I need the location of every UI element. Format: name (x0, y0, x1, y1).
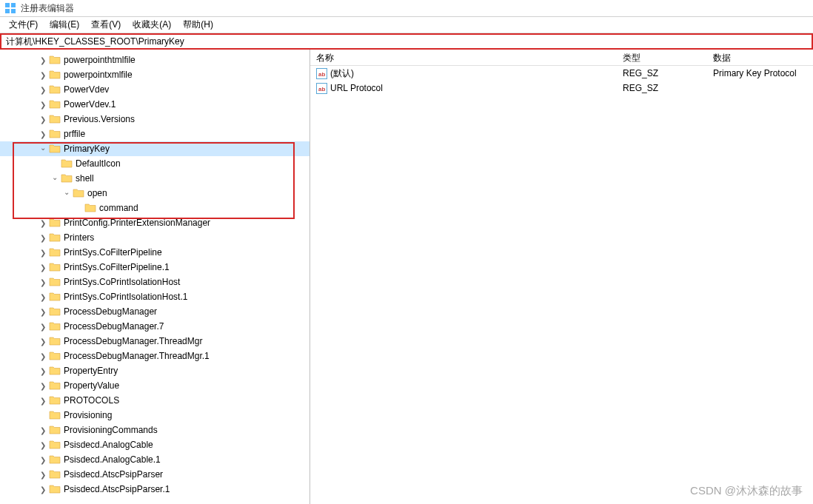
tree-item[interactable]: ❯ProvisioningCommands (0, 423, 310, 437)
menu-bar: 文件(F) 编辑(E) 查看(V) 收藏夹(A) 帮助(H) (0, 17, 813, 33)
chevron-right-icon[interactable]: ❯ (37, 246, 49, 258)
chevron-right-icon[interactable]: ❯ (37, 113, 49, 125)
col-header-type[interactable]: 类型 (617, 50, 707, 65)
chevron-right-icon[interactable]: ❯ (37, 306, 49, 317)
chevron-right-icon[interactable]: ❯ (37, 98, 49, 110)
tree-item[interactable]: command (0, 201, 310, 215)
chevron-right-icon[interactable]: ❯ (37, 232, 49, 243)
tree-item[interactable]: ❯powerpointxmlfile (0, 67, 310, 82)
tree-item[interactable]: ❯ProcessDebugManager.ThreadMgr.1 (0, 349, 310, 363)
tree-item[interactable]: ❯PrintSys.CoPrintIsolationHost (0, 275, 310, 289)
tree-item[interactable]: ❯Psisdecd.AtscPsipParser.1 (0, 482, 310, 497)
chevron-down-icon[interactable]: ⌄ (49, 171, 61, 183)
tree-item-label: Psisdecd.AtscPsipParser.1 (64, 484, 170, 494)
folder-icon (49, 335, 61, 347)
tree-item-label: PrintSys.CoPrintIsolationHost.1 (64, 292, 187, 302)
chevron-right-icon[interactable]: ❯ (37, 424, 49, 436)
tree-item[interactable]: DefaultIcon (0, 156, 310, 171)
menu-help[interactable]: 帮助(H) (177, 17, 219, 33)
chevron-right-icon[interactable]: ❯ (37, 468, 49, 480)
chevron-right-icon[interactable]: ❯ (37, 320, 49, 332)
value-list-panel: 名称 类型 数据 ab(默认)REG_SZPrimary Key Protoco… (310, 50, 813, 504)
svg-text:ab: ab (318, 86, 325, 93)
menu-view[interactable]: 查看(V) (85, 17, 127, 33)
tree-item[interactable]: ❯PrintConfig.PrinterExtensionManager (0, 215, 310, 230)
chevron-right-icon[interactable]: ❯ (37, 350, 49, 362)
tree-item[interactable]: ❯powerpointhtmlfile (0, 53, 310, 67)
tree-item[interactable]: ❯Psisdecd.AtscPsipParser (0, 467, 310, 482)
chevron-right-icon[interactable]: ❯ (37, 483, 49, 495)
address-bar[interactable]: 计算机\HKEY_CLASSES_ROOT\PrimaryKey (0, 33, 813, 50)
tree-item[interactable]: ❯Psisdecd.AnalogCable (0, 437, 310, 452)
tree-item-label: Psisdecd.AtscPsipParser (64, 469, 163, 480)
value-type: REG_SZ (617, 83, 707, 93)
chevron-right-icon[interactable]: ❯ (37, 217, 49, 229)
tree-item[interactable]: ❯PowerVdev.1 (0, 97, 310, 112)
chevron-down-icon[interactable]: ⌄ (61, 186, 73, 198)
chevron-right-icon[interactable]: ❯ (37, 128, 49, 140)
chevron-right-icon[interactable]: ❯ (37, 276, 49, 288)
tree-item[interactable]: ⌄open (0, 186, 310, 201)
tree-item[interactable]: ❯ProcessDebugManager (0, 304, 310, 319)
tree-item[interactable]: ❯ProcessDebugManager.7 (0, 319, 310, 334)
value-row[interactable]: abURL ProtocolREG_SZ (310, 81, 813, 95)
tree-item[interactable]: ❯PowerVdev (0, 82, 310, 97)
tree-item-label: ProvisioningCommands (64, 425, 158, 435)
value-list[interactable]: ab(默认)REG_SZPrimary Key ProtocolabURL Pr… (310, 66, 813, 95)
folder-icon (49, 246, 61, 258)
chevron-right-icon[interactable]: ❯ (37, 380, 49, 392)
tree-item-label: PROTOCOLS (64, 395, 119, 406)
chevron-right-icon[interactable]: ❯ (37, 261, 49, 273)
tree-item-label: PropertyValue (64, 380, 119, 391)
tree-item-label: Provisioning (64, 410, 112, 420)
tree-item[interactable]: ❯prffile (0, 127, 310, 141)
chevron-right-icon[interactable]: ❯ (37, 69, 49, 81)
tree-item[interactable]: ❯Previous.Versions (0, 112, 310, 127)
tree-item[interactable]: ⌄shell (0, 171, 310, 186)
menu-file[interactable]: 文件(F) (3, 17, 44, 33)
tree-item[interactable]: ❯Printers (0, 230, 310, 245)
tree-item[interactable]: ⌄PrimaryKey (0, 141, 310, 156)
chevron-right-icon[interactable]: ❯ (37, 365, 49, 377)
app-icon (4, 2, 16, 14)
folder-icon (61, 158, 73, 169)
tree-item[interactable]: Provisioning (0, 408, 310, 423)
chevron-right-icon[interactable]: ❯ (37, 439, 49, 451)
folder-icon (49, 54, 61, 66)
folder-icon (49, 217, 61, 229)
menu-edit[interactable]: 编辑(E) (44, 17, 85, 33)
tree-item[interactable]: ❯ProcessDebugManager.ThreadMgr (0, 334, 310, 349)
chevron-right-icon[interactable]: ❯ (37, 335, 49, 347)
col-header-data[interactable]: 数据 (707, 50, 813, 65)
folder-icon (49, 350, 61, 362)
svg-rect-3 (11, 9, 16, 13)
folder-icon (49, 409, 61, 421)
tree-item-label: powerpointxmlfile (64, 70, 133, 80)
chevron-right-icon[interactable]: ❯ (37, 454, 49, 466)
chevron-right-icon[interactable]: ❯ (37, 394, 49, 406)
tree-item[interactable]: ❯PROTOCOLS (0, 393, 310, 408)
tree-item[interactable]: ❯PropertyEntry (0, 363, 310, 378)
tree-item-label: ProcessDebugManager.ThreadMgr.1 (64, 351, 210, 361)
registry-tree[interactable]: ❯powerpointhtmlfile❯powerpointxmlfile❯Po… (0, 53, 310, 497)
string-value-icon: ab (316, 68, 327, 79)
svg-rect-1 (11, 3, 16, 7)
chevron-down-icon[interactable]: ⌄ (37, 141, 49, 153)
svg-rect-0 (5, 3, 10, 7)
value-type: REG_SZ (617, 68, 707, 78)
value-row[interactable]: ab(默认)REG_SZPrimary Key Protocol (310, 66, 813, 81)
tree-item[interactable]: ❯PrintSys.CoFilterPipeline.1 (0, 260, 310, 275)
tree-item[interactable]: ❯Psisdecd.AnalogCable.1 (0, 452, 310, 467)
tree-item[interactable]: ❯PrintSys.CoPrintIsolationHost.1 (0, 289, 310, 304)
chevron-right-icon[interactable]: ❯ (37, 84, 49, 95)
col-header-name[interactable]: 名称 (310, 50, 617, 65)
tree-item-label: shell (76, 173, 94, 184)
chevron-right-icon[interactable]: ❯ (37, 54, 49, 66)
tree-item[interactable]: ❯PropertyValue (0, 378, 310, 393)
tree-item[interactable]: ❯PrintSys.CoFilterPipeline (0, 245, 310, 260)
chevron-right-icon[interactable]: ❯ (37, 291, 49, 303)
menu-favorites[interactable]: 收藏夹(A) (127, 17, 177, 33)
folder-icon (49, 468, 61, 480)
tree-item-label: powerpointhtmlfile (64, 55, 136, 65)
tree-item-label: PrintSys.CoPrintIsolationHost (64, 277, 180, 287)
